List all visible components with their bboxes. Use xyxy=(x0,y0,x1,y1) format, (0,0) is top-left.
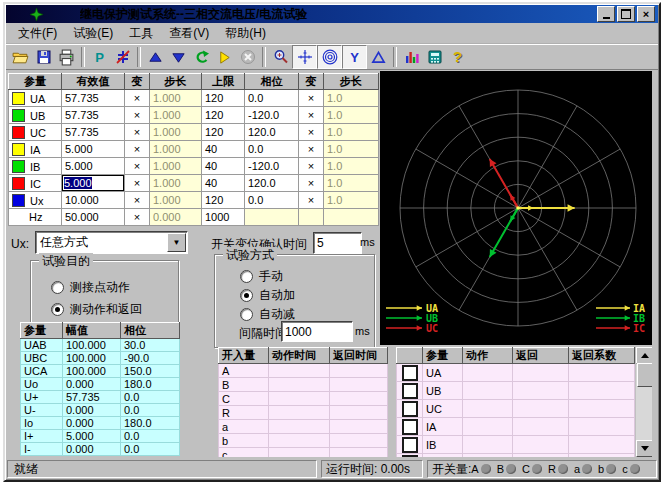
limit-cell[interactable]: 40 xyxy=(202,175,245,192)
value-cell[interactable]: 57.735 xyxy=(62,107,125,124)
menu-item-4[interactable]: 帮助(H) xyxy=(217,23,274,44)
vary-toggle-cell[interactable]: × xyxy=(299,158,324,175)
checkbox[interactable] xyxy=(402,365,418,381)
limit-cell[interactable]: 120 xyxy=(202,124,245,141)
print-button[interactable] xyxy=(55,46,78,68)
step-down-button[interactable] xyxy=(167,46,190,68)
limit-cell[interactable]: 120 xyxy=(202,107,245,124)
maximize-button[interactable] xyxy=(617,6,635,22)
vary-toggle-cell[interactable]: × xyxy=(125,90,150,107)
step-cell[interactable]: 1.000 xyxy=(150,141,202,158)
mode-option-0[interactable]: 手动 xyxy=(240,267,374,286)
bar-chart-button[interactable] xyxy=(400,46,423,68)
mode-option-1[interactable]: 自动加 xyxy=(240,286,374,305)
checkbox[interactable] xyxy=(402,455,418,458)
crosshair-axes-button[interactable] xyxy=(292,45,317,69)
step-cell[interactable]: 1.0 xyxy=(324,192,379,209)
checkbox[interactable] xyxy=(402,383,418,399)
vary-toggle-cell[interactable]: × xyxy=(125,158,150,175)
ux-mode-select[interactable]: 任意方式 ▼ xyxy=(35,231,188,254)
open-folder-button[interactable] xyxy=(9,46,32,68)
value-editbox[interactable]: 5.000 xyxy=(62,175,124,191)
phase-shift-button[interactable] xyxy=(111,46,134,68)
calculator-button[interactable] xyxy=(423,46,446,68)
close-button[interactable]: × xyxy=(637,6,655,22)
step-cell[interactable]: 1.0 xyxy=(324,141,379,158)
phase-cell[interactable]: -120.0 xyxy=(245,158,299,175)
scroll-up-button[interactable] xyxy=(636,347,652,364)
phase-cell[interactable]: 0.0 xyxy=(245,192,299,209)
step-cell[interactable]: 1.000 xyxy=(150,192,202,209)
phase-cell[interactable] xyxy=(245,209,299,226)
zoom-button[interactable] xyxy=(269,46,292,68)
polar-rings-button[interactable] xyxy=(317,45,342,69)
value-cell[interactable]: 5.000 xyxy=(62,141,125,158)
step-cell[interactable] xyxy=(324,209,379,226)
vary-toggle-cell[interactable]: × xyxy=(125,141,150,158)
phase-cell[interactable]: 0.0 xyxy=(245,141,299,158)
value-cell[interactable]: 57.735 xyxy=(62,90,125,107)
step-cell[interactable]: 1.0 xyxy=(324,158,379,175)
interval-input[interactable] xyxy=(281,321,353,342)
value-cell[interactable]: 50.000 xyxy=(62,209,125,226)
vary-toggle-cell[interactable]: × xyxy=(125,192,150,209)
step-cell[interactable]: 1.0 xyxy=(324,175,379,192)
limit-cell[interactable]: 40 xyxy=(202,158,245,175)
y-connection-button[interactable]: Y xyxy=(342,45,367,69)
phase-cell[interactable]: 120.0 xyxy=(245,175,299,192)
value-cell[interactable]: 10.000 xyxy=(62,192,125,209)
step-cell[interactable]: 1.000 xyxy=(150,124,202,141)
scroll-down-button[interactable] xyxy=(636,440,652,457)
vary-toggle-cell[interactable]: × xyxy=(299,175,324,192)
p-wave-button[interactable]: P xyxy=(88,46,111,68)
value-cell[interactable]: 57.735 xyxy=(62,124,125,141)
phase-cell[interactable]: 120.0 xyxy=(245,124,299,141)
minimize-button[interactable] xyxy=(597,6,615,22)
value-cell[interactable]: 5.000 xyxy=(62,175,125,192)
step-cell[interactable]: 1.0 xyxy=(324,124,379,141)
purpose-option-0[interactable]: 测接点动作 xyxy=(51,276,178,298)
vary-toggle-cell[interactable]: × xyxy=(125,209,150,226)
vary-toggle-cell[interactable]: × xyxy=(299,124,324,141)
help-button[interactable]: ? xyxy=(446,46,469,68)
step-cell[interactable]: 0.000 xyxy=(150,209,202,226)
step-cell[interactable]: 1.000 xyxy=(150,90,202,107)
chevron-down-icon[interactable]: ▼ xyxy=(167,233,186,252)
vary-toggle-cell[interactable] xyxy=(299,209,324,226)
confirm-time-input[interactable] xyxy=(313,232,362,254)
purpose-option-1[interactable]: 测动作和返回 xyxy=(51,298,178,320)
menu-item-2[interactable]: 工具 xyxy=(121,23,161,44)
vary-toggle-cell[interactable]: × xyxy=(299,141,324,158)
step-up-button[interactable] xyxy=(144,46,167,68)
menu-item-1[interactable]: 试验(E) xyxy=(65,23,121,44)
vary-toggle-cell[interactable]: × xyxy=(125,175,150,192)
limit-cell[interactable]: 120 xyxy=(202,192,245,209)
vary-toggle-cell[interactable]: × xyxy=(299,192,324,209)
phase-cell[interactable]: -120.0 xyxy=(245,107,299,124)
delta-connection-button[interactable] xyxy=(367,46,390,68)
menu-item-3[interactable]: 查看(V) xyxy=(161,23,217,44)
value-cell[interactable]: 5.000 xyxy=(62,158,125,175)
vary-toggle-cell[interactable]: × xyxy=(125,107,150,124)
limit-cell[interactable]: 40 xyxy=(202,141,245,158)
checkbox[interactable] xyxy=(402,437,418,453)
limit-cell[interactable]: 1000 xyxy=(202,209,245,226)
phase-cell[interactable]: 0.0 xyxy=(245,90,299,107)
undo-button[interactable] xyxy=(190,46,213,68)
step-cell[interactable]: 1.000 xyxy=(150,175,202,192)
limit-cell[interactable]: 120 xyxy=(202,90,245,107)
vary-toggle-cell[interactable]: × xyxy=(299,90,324,107)
vary-toggle-cell[interactable]: × xyxy=(125,124,150,141)
save-button[interactable] xyxy=(32,46,55,68)
step-cell[interactable]: 1.0 xyxy=(324,90,379,107)
start-test-button[interactable] xyxy=(213,46,236,68)
step-cell[interactable]: 1.000 xyxy=(150,107,202,124)
vary-toggle-cell[interactable]: × xyxy=(299,107,324,124)
menu-item-0[interactable]: 文件(F) xyxy=(10,23,65,44)
checkbox[interactable] xyxy=(402,401,418,417)
checkbox[interactable] xyxy=(402,419,418,435)
step-cell[interactable]: 1.0 xyxy=(324,107,379,124)
stop-test-button[interactable] xyxy=(236,46,259,68)
scrollbar-thumb[interactable] xyxy=(637,363,652,387)
step-cell[interactable]: 1.000 xyxy=(150,158,202,175)
